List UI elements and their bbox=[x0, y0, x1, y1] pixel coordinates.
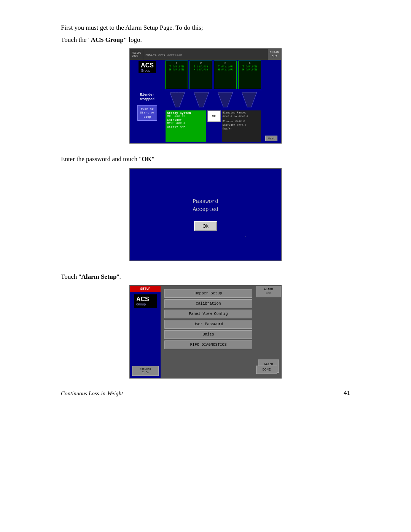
intro-line2: Touch the "ACS Group" logo. bbox=[61, 35, 350, 45]
s3-layout: SETUP ACS Group Network Info Hopper Setu… bbox=[130, 286, 281, 378]
s3-setup-label: SETUP bbox=[130, 286, 161, 292]
s3-panel-view-config-button[interactable]: Panel View Config bbox=[164, 310, 252, 318]
s1-recipe-info: RECIPE ###: ######## bbox=[143, 49, 268, 60]
s1-steady-system: Steady System MF: ###.## Extruder RPM: #… bbox=[166, 110, 206, 142]
s1-left-panel: ACS Group Blender Stopped Push to Start … bbox=[130, 60, 164, 143]
s3-hopper-setup-button[interactable]: Hopper Setup bbox=[164, 289, 252, 298]
svg-marker-2 bbox=[194, 92, 209, 107]
screen2-intro: Enter the password and touch "OK" bbox=[61, 154, 350, 164]
s1-funnel-2 bbox=[194, 92, 209, 107]
screen2-password: Password Accepted Ok . bbox=[129, 168, 282, 261]
footer-page-number: 41 bbox=[344, 389, 350, 397]
s3-fifo-diagnostics-button[interactable]: FIFO DIAGNOSTICS bbox=[164, 340, 252, 349]
screen3-container: SETUP ACS Group Network Info Hopper Setu… bbox=[61, 285, 350, 379]
s2-password-accepted-text: Password Accepted bbox=[193, 198, 218, 214]
s1-acs-logo[interactable]: ACS Group bbox=[139, 61, 156, 73]
s1-funnel-1 bbox=[170, 92, 185, 107]
s1-main: ACS Group Blender Stopped Push to Start … bbox=[130, 60, 281, 143]
screen2-container: Password Accepted Ok . bbox=[61, 168, 350, 261]
s3-network-info-button[interactable]: Network Info bbox=[132, 366, 159, 376]
s3-done-button[interactable]: DONE bbox=[256, 366, 277, 374]
screen3-intro: Touch "Alarm Setup". bbox=[61, 272, 350, 282]
s1-hoppers-row: 1 T ###.##% H ###.##% 2 T ###.##% H ###.… bbox=[164, 60, 262, 90]
screen1-blender: RECIPE BOOK RECIPE ###: ######## CLEAN O… bbox=[129, 48, 282, 144]
s1-funnel-4 bbox=[242, 92, 257, 107]
s3-center-menu: Hopper Setup Calibration Panel View Conf… bbox=[161, 286, 256, 378]
s1-funnel-row bbox=[164, 90, 262, 109]
s3-right-panel: ALARM LOG Alarm Setup DONE bbox=[256, 286, 281, 378]
s3-calibration-button[interactable]: Calibration bbox=[164, 299, 252, 308]
s3-left-panel: SETUP ACS Group Network Info bbox=[130, 286, 161, 378]
s1-cleanout-btn[interactable]: CLEAN OUT bbox=[268, 49, 281, 60]
s1-right-side: Next bbox=[262, 60, 281, 143]
s3-user-password-button[interactable]: User Password bbox=[164, 320, 252, 329]
s1-push-start-stop[interactable]: Push to Start or Stop bbox=[137, 105, 157, 121]
screen3-setup: SETUP ACS Group Network Info Hopper Setu… bbox=[129, 285, 282, 379]
s1-hopper-2: 2 T ###.##% H ###.##% bbox=[190, 61, 212, 89]
s1-blender-status: Blender Stopped bbox=[140, 93, 155, 102]
s1-hopper-1: 1 T ###.##% H ###.##% bbox=[165, 61, 188, 89]
s1-bottom-status: Steady System MF: ###.## Extruder RPM: #… bbox=[164, 109, 262, 143]
s1-next-button[interactable]: Next bbox=[265, 136, 277, 141]
s1-center-panel: 1 T ###.##% H ###.##% 2 T ###.##% H ###.… bbox=[164, 60, 262, 143]
s1-hopper-3: 3 T ###.##% H ###.##% bbox=[214, 61, 237, 89]
s1-topbar: RECIPE BOOK RECIPE ###: ######## CLEAN O… bbox=[130, 49, 281, 60]
s3-units-button[interactable]: Units bbox=[164, 330, 252, 339]
s3-alarm-log-button[interactable]: ALARM LOG bbox=[256, 286, 281, 297]
page-footer: Continuous Loss-in-Weight 41 bbox=[61, 389, 350, 397]
svg-marker-4 bbox=[242, 92, 257, 107]
svg-marker-3 bbox=[218, 92, 233, 107]
s1-funnel-3 bbox=[218, 92, 233, 107]
s1-hopper-4: 4 T ###.##% H ###.##% bbox=[238, 61, 261, 89]
footer-text: Continuous Loss-in-Weight bbox=[61, 390, 123, 397]
s3-acs-logo[interactable]: ACS Group bbox=[134, 294, 157, 308]
s1-mf-box: MF bbox=[207, 110, 221, 122]
s2-ok-button[interactable]: Ok bbox=[194, 221, 217, 231]
screen1-container: RECIPE BOOK RECIPE ###: ######## CLEAN O… bbox=[61, 48, 350, 144]
s1-recipebook[interactable]: RECIPE BOOK bbox=[130, 49, 143, 60]
s1-blending-info: Blending Range: ####.# to ####.# Blender… bbox=[222, 110, 261, 142]
intro-line1: First you must get to the Alarm Setup Pa… bbox=[61, 23, 350, 33]
page: First you must get to the Alarm Setup Pa… bbox=[0, 0, 411, 532]
svg-marker-0 bbox=[170, 92, 185, 107]
s2-dot-indicator: . bbox=[244, 233, 247, 238]
